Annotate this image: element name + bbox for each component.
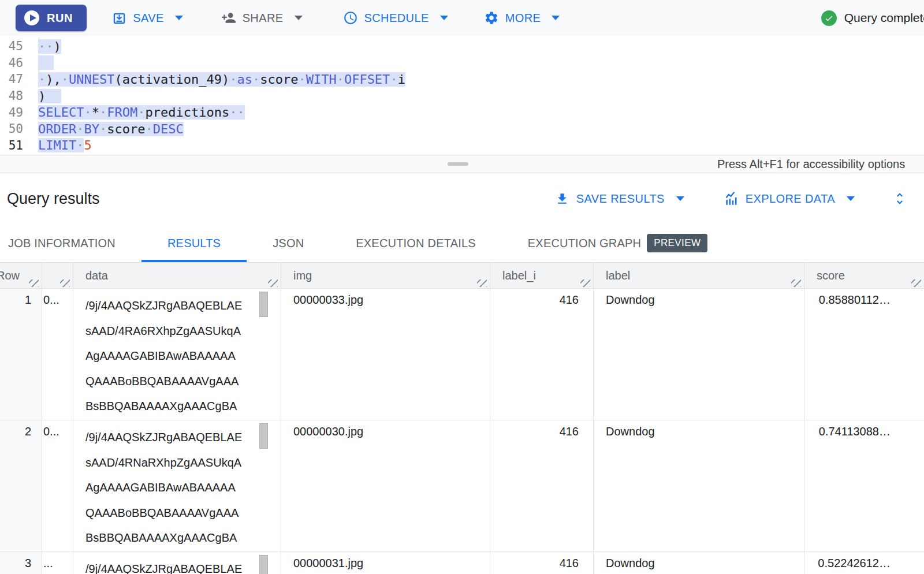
- base64-line: sAAD/4RNaRXhpZgAASUkqA: [85, 450, 281, 476]
- code-token: ·: [337, 72, 344, 87]
- base64-text: /9j/4AAQSkZJRgABAQEBLAE: [85, 557, 281, 574]
- save-button[interactable]: SAVE: [112, 11, 182, 25]
- column-resize-grip[interactable]: [791, 279, 801, 287]
- share-button[interactable]: SHARE: [221, 10, 303, 25]
- code-token: OFFSET: [344, 72, 390, 87]
- preview-badge: PREVIEW: [647, 234, 707, 252]
- column-resize-grip[interactable]: [29, 279, 39, 287]
- code-text[interactable]: LIMIT·5: [38, 138, 92, 152]
- code-token: score: [107, 122, 145, 136]
- run-button[interactable]: RUN: [16, 5, 87, 31]
- column-resize-grip[interactable]: [580, 279, 590, 287]
- chevron-down-icon: [676, 196, 684, 201]
- save-results-button[interactable]: SAVE RESULTS: [555, 192, 684, 206]
- code-token: ·: [252, 72, 260, 87]
- cell-scrollbar-thumb[interactable]: [259, 423, 268, 449]
- code-token: i: [398, 72, 405, 87]
- code-token: LIMIT: [38, 138, 76, 152]
- code-token: ·: [38, 72, 46, 87]
- line-number: 45: [0, 39, 23, 53]
- row-number-cell: 3: [0, 552, 42, 574]
- code-token: ·: [390, 72, 397, 87]
- code-text[interactable]: ORDER·BY·score·DESC: [38, 122, 184, 136]
- share-button-label: SHARE: [243, 12, 284, 25]
- code-text[interactable]: [38, 55, 54, 70]
- code-token: WITH: [306, 72, 337, 87]
- cell-scrollbar-thumb[interactable]: [259, 555, 268, 574]
- tab-execution-graph[interactable]: EXECUTION GRAPHPREVIEW: [502, 224, 734, 262]
- code-token: ·: [61, 72, 69, 87]
- person-add-icon: [221, 10, 236, 25]
- query-status-text: Query complete: [844, 11, 924, 25]
- code-line: 49SELECT·*·FROM·predictions··: [0, 104, 924, 121]
- base64-line: QAAABoBBQABAAAAVgAAA: [85, 369, 281, 394]
- code-token: ·: [76, 122, 84, 136]
- table-body: 10.../9j/4AAQSkZJRgABAQEBLAEsAAD/4RA6RXh…: [0, 289, 924, 574]
- explore-data-label: EXPLORE DATA: [746, 192, 835, 206]
- results-table: Rowdataimglabel_ilabelscore 10.../9j/4AA…: [0, 262, 924, 574]
- code-text[interactable]: ·),·UNNEST(activation_49)·as·score·WITH·…: [38, 72, 405, 87]
- base64-text: /9j/4AAQSkZJRgABAQEBLAEsAAD/4RA6RXhpZgAA…: [85, 293, 281, 419]
- column-header-col2: [42, 263, 73, 288]
- line-number: 47: [0, 72, 23, 86]
- base64-text: /9j/4AAQSkZJRgABAQEBLAEsAAD/4RNaRXhpZgAA…: [85, 425, 281, 551]
- code-token: ·: [298, 72, 305, 87]
- chevron-down-icon: [175, 16, 183, 20]
- code-token: 5: [84, 138, 91, 152]
- schedule-button[interactable]: SCHEDULE: [343, 10, 448, 25]
- explore-data-button[interactable]: EXPLORE DATA: [724, 191, 855, 206]
- tab-execution-details[interactable]: EXECUTION DETAILS: [330, 224, 502, 262]
- clipped-column-cell: 0...: [42, 289, 73, 420]
- collapse-results-button[interactable]: [892, 191, 907, 206]
- table-row: 3.../9j/4AAQSkZJRgABAQEBLAE00000031.jpg4…: [0, 552, 924, 574]
- code-line: 46: [0, 55, 924, 72]
- column-header-label_i: label_i: [490, 263, 594, 288]
- base64-line: BsBBQABAAAAXgAAACgBA: [85, 525, 281, 551]
- code-token: DESC: [153, 122, 184, 136]
- column-resize-grip[interactable]: [477, 279, 487, 287]
- accessibility-hint: Press Alt+F1 for accessibility options: [717, 158, 905, 171]
- base64-line: /9j/4AAQSkZJRgABAQEBLAE: [85, 425, 281, 450]
- code-line: 47·),·UNNEST(activation_49)·as·score·WIT…: [0, 71, 924, 88]
- code-area[interactable]: 45··)46 47·),·UNNEST(activation_49)·as·s…: [0, 38, 924, 154]
- base64-line: /9j/4AAQSkZJRgABAQEBLAE: [85, 557, 281, 574]
- tab-results[interactable]: RESULTS: [141, 224, 247, 262]
- column-resize-grip[interactable]: [268, 279, 278, 287]
- code-token: ·: [76, 138, 84, 152]
- results-tab-bar: JOB INFORMATIONRESULTSJSONEXECUTION DETA…: [0, 224, 924, 262]
- column-header-label: data: [85, 269, 108, 282]
- sql-editor[interactable]: 45··)46 47·),·UNNEST(activation_49)·as·s…: [0, 36, 924, 155]
- chevron-down-icon: [295, 16, 303, 20]
- column-header-label: label: [594, 263, 804, 288]
- column-header-data: data: [73, 263, 281, 288]
- cell-scrollbar-thumb[interactable]: [259, 292, 268, 317]
- splitter-drag-handle[interactable]: [448, 162, 468, 166]
- more-button[interactable]: MORE: [484, 10, 560, 25]
- column-resize-grip[interactable]: [60, 279, 70, 287]
- query-toolbar: RUN SAVE SHARE SCHEDULE MORE Query compl: [0, 0, 924, 36]
- code-text[interactable]: ··): [38, 39, 61, 54]
- column-header-label: label: [606, 269, 630, 282]
- tab-job-information[interactable]: JOB INFORMATION: [0, 224, 141, 262]
- column-header-row: Row: [0, 263, 42, 288]
- code-text[interactable]: ): [38, 89, 61, 103]
- code-token: SELECT: [38, 105, 84, 120]
- code-token: ·: [99, 122, 107, 136]
- table-row: 10.../9j/4AAQSkZJRgABAQEBLAEsAAD/4RA6RXh…: [0, 289, 924, 420]
- label-cell: Downdog: [594, 552, 804, 574]
- column-resize-grip[interactable]: [911, 279, 921, 287]
- column-header-score: score: [804, 263, 924, 288]
- play-circle-icon: [24, 10, 39, 25]
- tab-json[interactable]: JSON: [247, 224, 330, 262]
- code-token: [46, 89, 61, 103]
- code-token: predictions: [145, 105, 229, 120]
- code-text[interactable]: SELECT·*·FROM·predictions··: [38, 105, 245, 120]
- img-cell: 00000030.jpg: [281, 420, 490, 551]
- base64-line: BsBBQABAAAAXgAAACgBA: [85, 394, 281, 419]
- download-icon: [555, 192, 569, 206]
- unfold-icon: [892, 191, 907, 206]
- code-token: [38, 55, 54, 70]
- base64-line: AgAAAAGABIBAwABAAAAA: [85, 475, 281, 501]
- chevron-down-icon: [847, 196, 855, 201]
- code-token: UNNEST: [69, 72, 114, 87]
